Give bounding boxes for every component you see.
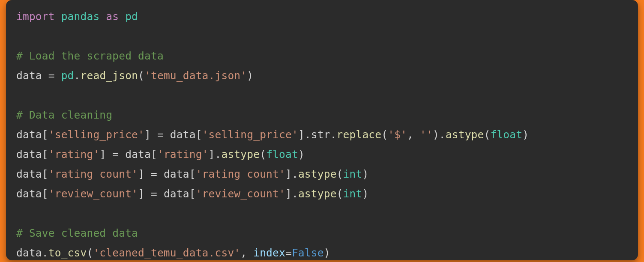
var-data: data bbox=[16, 148, 42, 161]
attr-str: str bbox=[311, 128, 330, 141]
type-int: int bbox=[343, 168, 362, 180]
fn-to-csv: to_csv bbox=[48, 247, 87, 259]
str-temu-json: 'temu_data.json' bbox=[144, 69, 247, 82]
key-review-count: 'review_count' bbox=[48, 188, 138, 200]
fn-astype: astype bbox=[221, 148, 260, 161]
paren-close: ) bbox=[247, 69, 253, 82]
comment-clean: # Data cleaning bbox=[16, 109, 112, 121]
keyword-as: as bbox=[106, 10, 119, 23]
var-data: data bbox=[16, 69, 42, 82]
keyword-import: import bbox=[16, 10, 55, 23]
paren-open: ( bbox=[138, 69, 144, 82]
code-content: import pandas as pd # Load the scraped d… bbox=[16, 7, 638, 262]
str-cleaned-csv: 'cleaned_temu_data.csv' bbox=[93, 247, 240, 259]
code-block: import pandas as pd # Load the scraped d… bbox=[6, 0, 638, 260]
fn-astype: astype bbox=[446, 128, 484, 141]
op-eq: = bbox=[42, 69, 61, 82]
var-data: data bbox=[16, 168, 42, 180]
kwarg-index: index bbox=[253, 247, 285, 259]
const-false: False bbox=[292, 247, 324, 259]
type-float: float bbox=[266, 148, 298, 161]
comment-load: # Load the scraped data bbox=[16, 50, 164, 62]
key-selling-price: 'selling_price' bbox=[48, 128, 144, 141]
dot: . bbox=[74, 69, 81, 82]
var-data: data bbox=[16, 188, 42, 200]
type-int: int bbox=[343, 188, 362, 200]
fn-read-json: read_json bbox=[81, 69, 138, 82]
str-empty: '' bbox=[420, 128, 433, 141]
key-rating: 'rating' bbox=[48, 148, 100, 161]
key-rating-count: 'rating_count' bbox=[48, 168, 138, 180]
str-dollar: '$' bbox=[388, 128, 407, 141]
alias-pd: pd bbox=[125, 10, 138, 23]
fn-astype: astype bbox=[298, 188, 337, 200]
var-data: data bbox=[16, 247, 42, 259]
comment-save: # Save cleaned data bbox=[16, 227, 138, 239]
module-pandas: pandas bbox=[61, 10, 100, 23]
fn-replace: replace bbox=[337, 128, 382, 141]
fn-astype: astype bbox=[298, 168, 337, 180]
mod-pd: pd bbox=[61, 69, 74, 82]
var-data: data bbox=[16, 128, 42, 141]
type-float: float bbox=[490, 128, 522, 141]
